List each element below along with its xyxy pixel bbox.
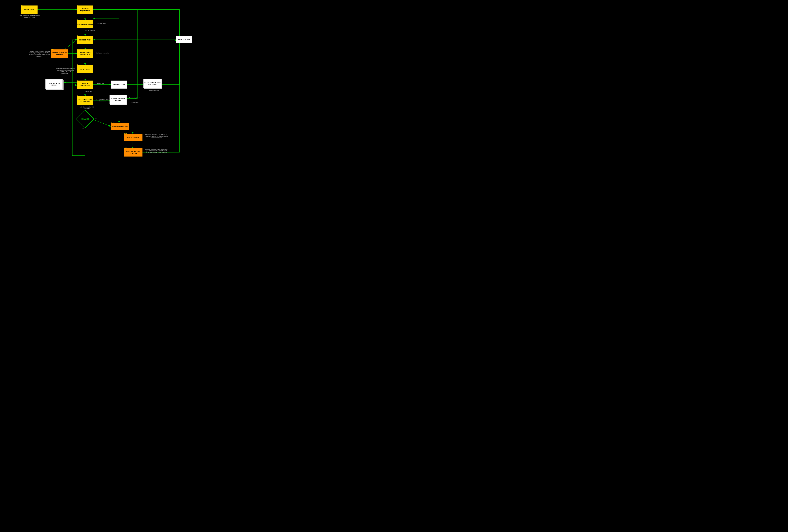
add-comment-node: ADD A COMMENT [124,134,142,141]
pre-op-version: V1 [77,19,79,20]
choose-next-action-node: CHOOSE THE NEXT ACTION [110,95,126,104]
select-status-heading1-node: SELECT STATUS OF HEADING [51,50,68,58]
choose-task-version: V1 [77,35,79,36]
login-page-node: LOGIN PAGE [21,5,38,14]
v2-completed-label: v2 - Completed or Not Completed [79,106,95,110]
heading-status-note2: Heading Status selection is based on typ… [145,148,169,153]
start-task-node: START TASK [77,65,93,73]
multiple-screens-note: Multiple screens depending on activity (… [55,68,76,74]
pre-op-finished-label: PRE-OP finished [82,29,97,31]
workplace-insp-label: Workplace Inspection [94,52,111,54]
task-in-progress-node: TASK IN PROGRESS [77,81,93,89]
select-reason-code-stack: SELECT REASON CODE FOR PAUSE [143,79,161,88]
start-task-version: V1 [77,64,79,65]
select-status-task-node: SELECT STATUS OF THE TASK [77,96,93,105]
choose-task-next-label: Choose task [128,102,141,103]
svg-line-12 [92,119,111,126]
hauling-diamond-node: HAULING [76,110,94,128]
workplace-inspection-node: WORKPLACE INSPECTION [77,50,93,58]
optional-comment-label: Optional Comment. If included in V1, com… [145,134,169,139]
login-desc: Login page with USERNAME and PASSWORD fi… [18,15,40,18]
v1-completed-label: V1 - Completed or Not Completed [94,98,111,102]
select-reason-code-node: SELECT REASON CODE FOR PAUSE [143,79,161,88]
heading-status-note: Heading Status selection is based on the… [28,50,51,57]
no-label: No [81,127,86,129]
resume-task-node: RESUME TASK [111,81,127,89]
select-status-heading2-node: SELECT STATUS OF HEADING [124,148,142,157]
choose-equipment-version: V1 [77,4,79,6]
add-comment-version: V1 + [124,133,127,134]
select-status-heading1-version: V1 + [51,48,54,50]
yes-label: Yes [93,117,99,119]
choose-equipment-next-label: Choose equipment [128,97,141,99]
task-related-actions-node: TASK RELATED ACTIONS [45,79,63,89]
task-related-actions-stack: TASK RELATED ACTIONS [45,79,63,89]
select-status-task-version: V1 [77,95,79,97]
equipment-post-op-version: V1 + [111,122,114,123]
select-status-heading2-version: V1 + [124,147,127,149]
task-history-node: TASK HISTORY [176,36,192,43]
pre-op-node: PRE-OP QUESTION [77,20,93,28]
finish-task-label: Finish task [82,91,95,92]
task-in-progress-version: V1 [77,80,79,81]
multiple-screens-label: Multiple screens [146,89,161,91]
pre-op-check-label: PRE-OP check [94,23,109,24]
hauling-label: HAULING [81,118,89,120]
equipment-post-op-node: EQUIPMENT POST-OP [111,123,129,130]
choose-next-action-stack: CHOOSE THE NEXT ACTION [110,95,126,104]
pause-task-label: Pause task [94,82,107,84]
choose-task-node: CHOOSE TASK [77,36,93,44]
workplace-inspection-version: V1 [77,48,79,50]
diagram-container: LOGIN PAGE V1 Login page with USERNAME a… [0,0,256,178]
choose-equipment-node: CHOOSE EQUIPMENT [77,5,93,14]
login-version: V1 [21,4,23,6]
